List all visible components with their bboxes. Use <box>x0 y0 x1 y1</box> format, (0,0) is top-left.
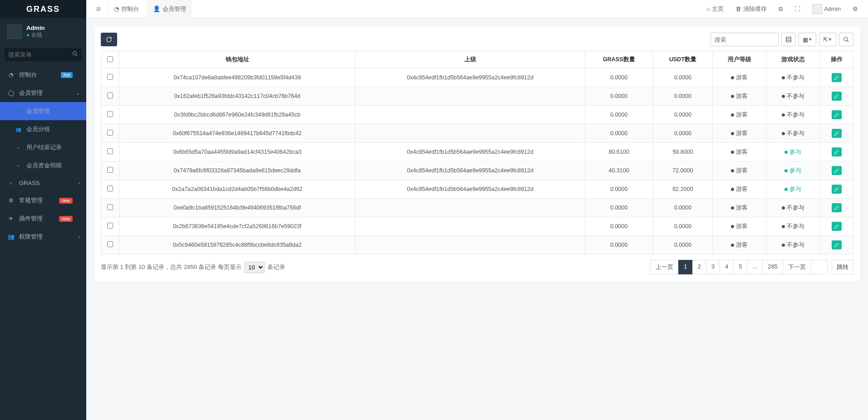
export-dropdown[interactable]: ⇱ ▼ <box>819 33 836 46</box>
refresh-button[interactable] <box>101 33 117 46</box>
row-checkbox[interactable] <box>107 130 113 136</box>
row-checkbox[interactable] <box>107 74 113 80</box>
next-page[interactable]: 下一页 <box>783 260 811 274</box>
nav-grass[interactable]: ›GRASS‹ <box>0 175 86 191</box>
col-grass[interactable]: GRASS数量 <box>585 51 653 68</box>
table-row: 0x3fd9bc2bbcd6d867e960e24fc349d61fb29a45… <box>101 106 853 124</box>
settings-button[interactable]: ⚙ <box>848 0 863 18</box>
table-row: 0x5c9460e5815976285c4c88f9bccbe8dc835a8d… <box>101 236 853 254</box>
row-checkbox[interactable] <box>107 93 113 98</box>
page-size-select[interactable]: 10 <box>244 262 265 273</box>
row-checkbox[interactable] <box>107 167 113 173</box>
tab-console[interactable]: ◔控制台 <box>108 0 144 18</box>
cell-game: 不参与 <box>766 87 820 106</box>
toggle-view-button[interactable] <box>781 33 796 46</box>
cell-level: 游客 <box>713 87 766 106</box>
cell-game: 不参与 <box>766 199 820 217</box>
page-input[interactable] <box>811 260 828 274</box>
sidebar-search-input[interactable] <box>5 48 82 61</box>
page-285[interactable]: 285 <box>762 260 783 274</box>
row-checkbox[interactable] <box>107 241 113 247</box>
cell-level: 游客 <box>713 68 766 87</box>
row-checkbox[interactable] <box>107 223 113 229</box>
row-checkbox[interactable] <box>107 111 113 117</box>
search-input[interactable] <box>710 33 779 46</box>
user-status: 在线 <box>26 31 44 39</box>
col-usdt[interactable]: USDT数量 <box>653 51 713 68</box>
prev-page[interactable]: 上一页 <box>650 260 679 274</box>
users-icon: 👥 <box>7 234 15 240</box>
cell-usdt: 82.2000 <box>653 180 713 199</box>
clear-cache-button[interactable]: 🗑清除缓存 <box>731 0 771 18</box>
edit-button[interactable] <box>832 222 842 231</box>
table-row: 0x60f675514a474e936e1469417b645d7741fbdc… <box>101 124 853 143</box>
edit-button[interactable] <box>832 129 842 138</box>
cell-game: 参与 <box>766 180 820 199</box>
col-level[interactable]: 用户等级 <box>713 51 766 68</box>
menu-toggle[interactable] <box>92 4 105 15</box>
col-wallet[interactable]: 钱包地址 <box>119 51 355 68</box>
cell-grass: 80.6100 <box>585 143 653 161</box>
cell-wallet: 0x2b673636e54195e4cde7cf2a5268616b7e5902… <box>119 217 355 236</box>
nav-user-settle[interactable]: ○用户结算记录 <box>0 138 86 156</box>
tab-member[interactable]: 👤会员管理 <box>147 0 192 18</box>
cell-grass: 0.0000 <box>585 199 653 217</box>
col-game[interactable]: 游戏状态 <box>766 51 820 68</box>
page-1[interactable]: 1 <box>678 260 692 274</box>
select-all-checkbox[interactable] <box>107 56 113 62</box>
cell-parent: 0x4c854edf1fb1d5b564ae9e9955a2c4ee9fc891… <box>355 143 585 161</box>
cell-game: 不参与 <box>766 124 820 143</box>
avatar <box>812 4 822 14</box>
page-2[interactable]: 2 <box>692 260 706 274</box>
cell-parent <box>355 236 585 254</box>
search-button[interactable] <box>839 33 853 46</box>
jump-button[interactable]: 跳转 <box>832 260 853 274</box>
edit-button[interactable] <box>832 73 842 82</box>
columns-dropdown[interactable]: ▦ ▼ <box>799 33 816 46</box>
edit-button[interactable] <box>832 185 842 194</box>
table-row: 0x6b65d5a70aa4455fd9a9ad14cf4315e40642bc… <box>101 143 853 161</box>
circle-icon: ○ <box>15 145 22 150</box>
cell-usdt: 0.0000 <box>653 217 713 236</box>
row-checkbox[interactable] <box>107 148 113 154</box>
col-parent[interactable]: 上级 <box>355 51 585 68</box>
nav-plugin[interactable]: ✈插件管理new <box>0 210 86 228</box>
cell-wallet: 0x162afeb1f526a93fddc43142c117c04cb76b76… <box>119 87 355 106</box>
page-3[interactable]: 3 <box>706 260 720 274</box>
page-5[interactable]: 5 <box>733 260 747 274</box>
svg-point-0 <box>73 52 77 55</box>
edit-button[interactable] <box>832 203 842 212</box>
nav-member-group[interactable]: 👥会员分组 <box>0 120 86 138</box>
caret-down-icon: ▼ <box>808 37 812 42</box>
fullscreen-button[interactable]: ⛶ <box>790 0 805 18</box>
user-menu[interactable]: Admin <box>808 0 845 18</box>
toolbar: ▦ ▼ ⇱ ▼ <box>101 33 853 46</box>
page-4[interactable]: 4 <box>720 260 734 274</box>
nav-general[interactable]: ⚙常规管理new <box>0 191 86 210</box>
edit-button[interactable] <box>832 240 842 249</box>
nav-permission[interactable]: 👥权限管理‹ <box>0 228 86 246</box>
brand-logo[interactable]: GRASS <box>0 0 86 18</box>
nav-member-mgmt[interactable]: ◯会员管理⌄ <box>0 84 86 102</box>
row-checkbox[interactable] <box>107 204 113 210</box>
edit-button[interactable] <box>832 166 842 175</box>
cell-wallet: 0x7479a6fc6f03328a87345bada8e815deec29dd… <box>119 161 355 180</box>
circle-icon: ○ <box>15 163 22 168</box>
cell-parent <box>355 217 585 236</box>
cell-game: 参与 <box>766 161 820 180</box>
cell-level: 游客 <box>713 124 766 143</box>
cell-grass: 0.0000 <box>585 180 653 199</box>
home-button[interactable]: ⌂主页 <box>702 0 728 18</box>
nav-member-mgmt-sub[interactable]: 👤会员管理 <box>0 102 86 120</box>
edit-button[interactable] <box>832 92 842 101</box>
cell-wallet: 0x2a7a2a06341bda1cd2d4ab05b7f56b0dbe4a2d… <box>119 180 355 199</box>
cell-usdt: 0.0000 <box>653 87 713 106</box>
edit-button[interactable] <box>832 110 842 119</box>
edit-button[interactable] <box>832 147 842 156</box>
nav-member-funds[interactable]: ○会员资金明细 <box>0 156 86 175</box>
copy-button[interactable]: ⧉ <box>774 0 787 18</box>
nav-console[interactable]: ◔控制台hot <box>0 66 86 84</box>
avatar[interactable] <box>7 24 22 39</box>
row-checkbox[interactable] <box>107 186 113 191</box>
search-icon[interactable] <box>72 51 78 57</box>
